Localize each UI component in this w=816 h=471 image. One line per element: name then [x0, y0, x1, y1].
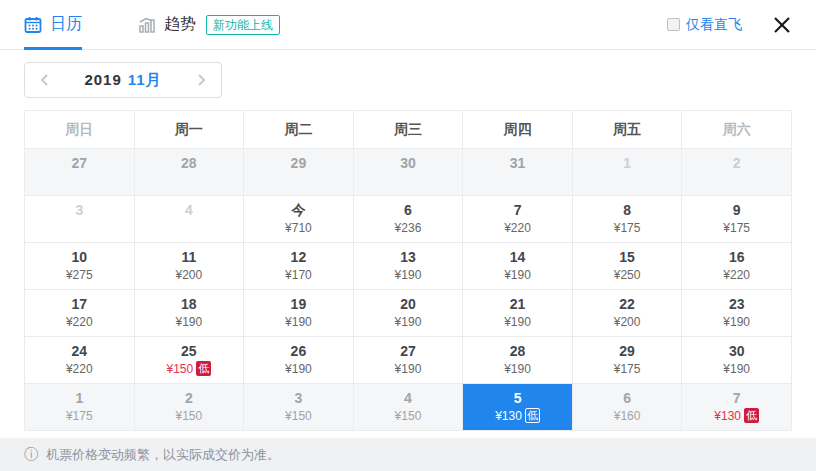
day-cell[interactable]: 25¥150低	[134, 337, 244, 384]
day-cell[interactable]: 10¥275	[25, 243, 135, 290]
price-label: ¥130低	[682, 408, 791, 424]
calendar-icon	[24, 16, 42, 34]
day-cell[interactable]: 17¥220	[25, 290, 135, 337]
price-label: ¥175	[682, 220, 791, 236]
day-number: 30	[354, 154, 463, 173]
year-month-label: 201911月	[84, 71, 161, 90]
day-cell[interactable]: 13¥190	[353, 243, 463, 290]
day-cell[interactable]: 7¥220	[463, 196, 573, 243]
price-label: ¥190	[463, 267, 572, 283]
day-cell[interactable]: 7¥130低	[682, 384, 792, 431]
day-cell[interactable]: 21¥190	[463, 290, 573, 337]
price-label: ¥190	[354, 267, 463, 283]
price-label: ¥710	[244, 220, 353, 236]
day-cell[interactable]: 1¥175	[25, 384, 135, 431]
price-label: ¥236	[354, 220, 463, 236]
day-cell[interactable]: 3¥150	[244, 384, 354, 431]
day-cell[interactable]: 15¥250	[572, 243, 682, 290]
day-cell[interactable]: 28¥190	[463, 337, 573, 384]
day-number: 12	[244, 248, 353, 267]
day-cell[interactable]: 4¥150	[353, 384, 463, 431]
day-cell[interactable]: 23¥190	[682, 290, 792, 337]
price-label: ¥220	[25, 361, 134, 377]
price-label: ¥190	[135, 314, 244, 330]
day-cell[interactable]: 24¥220	[25, 337, 135, 384]
weekday-row: 周日周一周二周三周四周五周六	[25, 111, 792, 149]
day-cell: 29	[244, 149, 354, 196]
price-label: ¥250	[573, 267, 682, 283]
low-price-badge: 低	[744, 408, 759, 423]
weekday-header: 周五	[572, 111, 682, 149]
day-number: 2	[135, 389, 244, 408]
day-cell[interactable]: 12¥170	[244, 243, 354, 290]
day-cell[interactable]: 6¥236	[353, 196, 463, 243]
day-number: 31	[463, 154, 572, 173]
day-cell[interactable]: 16¥220	[682, 243, 792, 290]
calendar-row: 34今¥7106¥2367¥2208¥1759¥175	[25, 196, 792, 243]
day-number: 8	[573, 201, 682, 220]
close-icon	[772, 15, 792, 35]
month-navigator: 201911月	[24, 62, 222, 98]
day-cell[interactable]: 11¥200	[134, 243, 244, 290]
calendar-body: 27282930311234今¥7106¥2367¥2208¥1759¥1751…	[25, 149, 792, 431]
weekday-header: 周日	[25, 111, 135, 149]
low-price-badge: 低	[196, 361, 211, 376]
tab-calendar[interactable]: 日历	[24, 0, 82, 50]
weekday-header: 周四	[463, 111, 573, 149]
day-cell[interactable]: 19¥190	[244, 290, 354, 337]
day-cell[interactable]: 20¥190	[353, 290, 463, 337]
day-cell[interactable]: 2¥150	[134, 384, 244, 431]
price-label: ¥190	[244, 314, 353, 330]
day-number: 18	[135, 295, 244, 314]
day-cell: 27	[25, 149, 135, 196]
price-label: ¥175	[573, 220, 682, 236]
day-number: 27	[25, 154, 134, 173]
info-icon: ⓘ	[24, 446, 38, 464]
price-label: ¥160	[573, 408, 682, 424]
day-number: 5	[463, 389, 572, 408]
direct-flight-toggle[interactable]: 仅看直飞	[667, 16, 742, 34]
day-cell[interactable]: 8¥175	[572, 196, 682, 243]
next-month-button[interactable]	[194, 73, 208, 87]
price-label: ¥190	[682, 361, 791, 377]
chevron-left-icon	[38, 73, 52, 87]
day-number: 16	[682, 248, 791, 267]
day-cell[interactable]: 今¥710	[244, 196, 354, 243]
day-cell[interactable]: 14¥190	[463, 243, 573, 290]
day-cell: 1	[572, 149, 682, 196]
price-label: ¥200	[573, 314, 682, 330]
chevron-right-icon	[194, 73, 208, 87]
day-number: 19	[244, 295, 353, 314]
day-number: 1	[573, 154, 682, 173]
price-label: ¥220	[25, 314, 134, 330]
day-cell[interactable]: 22¥200	[572, 290, 682, 337]
close-button[interactable]	[770, 13, 794, 37]
day-number: 4	[135, 201, 244, 220]
price-label: ¥190	[354, 361, 463, 377]
price-label: ¥190	[463, 361, 572, 377]
day-cell[interactable]: 6¥160	[572, 384, 682, 431]
price-label: ¥150低	[135, 361, 244, 377]
day-cell[interactable]: 29¥175	[572, 337, 682, 384]
direct-flight-checkbox[interactable]	[667, 18, 680, 31]
price-label: ¥220	[682, 267, 791, 283]
day-cell[interactable]: 9¥175	[682, 196, 792, 243]
day-cell: 31	[463, 149, 573, 196]
day-cell: 3	[25, 196, 135, 243]
day-number: 24	[25, 342, 134, 361]
day-cell-selected[interactable]: 5¥130低	[463, 384, 573, 431]
weekday-header: 周六	[682, 111, 792, 149]
day-cell[interactable]: 30¥190	[682, 337, 792, 384]
day-cell[interactable]: 26¥190	[244, 337, 354, 384]
top-tab-bar: 日历 趋势 新功能上线 仅看直飞	[0, 0, 816, 50]
day-cell: 30	[353, 149, 463, 196]
day-cell[interactable]: 27¥190	[353, 337, 463, 384]
year-label: 2019	[84, 71, 121, 88]
tab-trend[interactable]: 趋势	[138, 0, 196, 50]
day-cell[interactable]: 18¥190	[134, 290, 244, 337]
day-number: 21	[463, 295, 572, 314]
day-number: 29	[244, 154, 353, 173]
price-label: ¥150	[135, 408, 244, 424]
prev-month-button[interactable]	[38, 73, 52, 87]
day-cell: 4	[134, 196, 244, 243]
